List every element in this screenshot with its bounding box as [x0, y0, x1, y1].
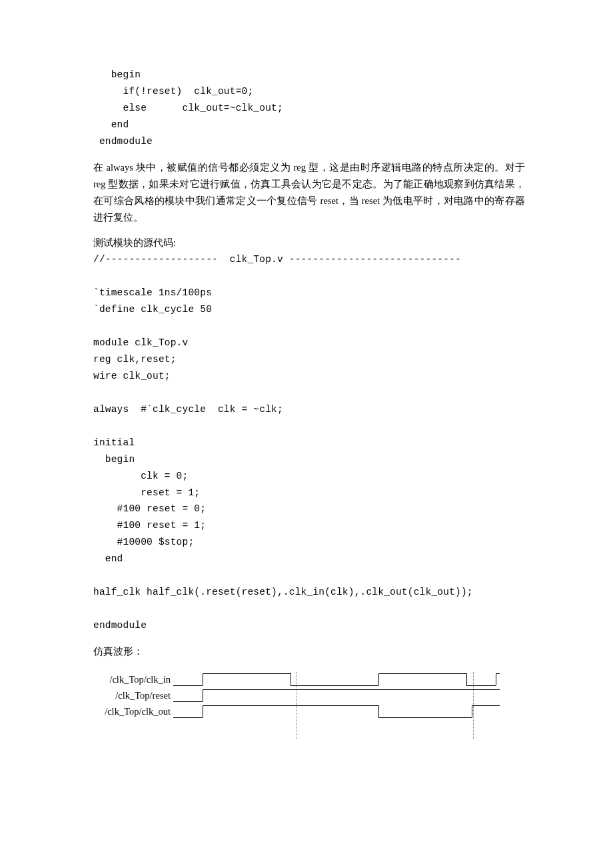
spacer [93, 225, 525, 235]
waveform-signal-reset [173, 688, 500, 704]
spacer [93, 660, 525, 672]
label-test-source: 测试模块的源代码: [93, 235, 525, 251]
waveform-label-reset: /clk_Top/reset [91, 687, 173, 704]
waveform-signal-clk-out [173, 704, 500, 720]
code-block-module: begin if(!reset) clk_out=0; else clk_out… [93, 67, 525, 150]
waveform-label-clk-in: /clk_Top/clk_in [91, 671, 173, 688]
paragraph-explanation: 在 always 块中，被赋值的信号都必须定义为 reg 型，这是由时序逻辑电路… [93, 159, 525, 226]
code-block-testbench: //------------------- clk_Top.v --------… [93, 251, 525, 634]
waveform-diagram: /clk_Top/clk_in /clk_Top/reset [91, 672, 500, 739]
waveform-signal-clk-in [173, 672, 500, 688]
label-waveform: 仿真波形： [93, 643, 525, 660]
spacer [93, 634, 525, 643]
spacer [93, 150, 525, 159]
waveform-label-clk-out: /clk_Top/clk_out [91, 703, 173, 720]
